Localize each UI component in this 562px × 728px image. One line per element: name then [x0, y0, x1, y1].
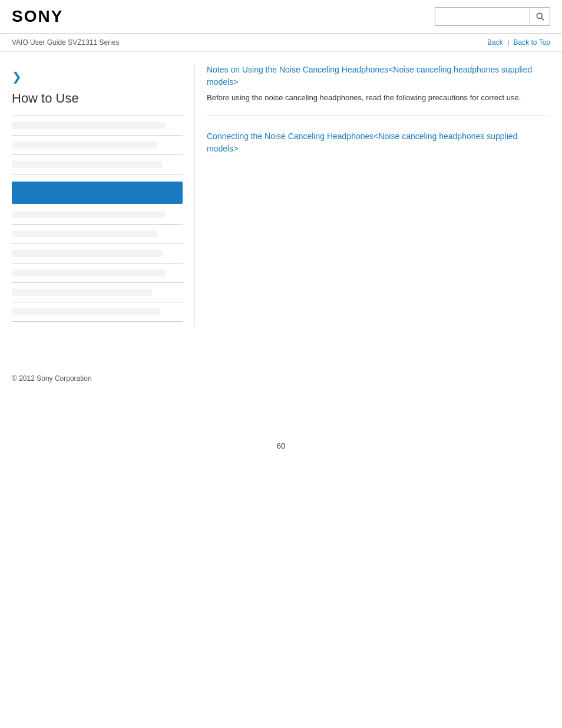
search-icon	[535, 12, 545, 21]
back-link[interactable]: Back	[487, 38, 503, 47]
content-link-1[interactable]: Notes on Using the Noise Canceling Headp…	[207, 65, 532, 87]
nav-separator: |	[507, 38, 509, 47]
svg-line-1	[541, 18, 544, 20]
search-wrapper	[435, 7, 550, 26]
footer: © 2012 Sony Corporation	[0, 362, 562, 394]
nav-links: Back | Back to Top	[487, 38, 550, 47]
sidebar-placeholder-9	[12, 308, 160, 315]
sidebar-divider-1	[12, 116, 183, 116]
sidebar-divider-2	[12, 135, 183, 136]
sidebar-placeholder-3	[12, 161, 162, 168]
sidebar-divider-7	[12, 263, 183, 263]
back-to-top-link[interactable]: Back to Top	[514, 38, 550, 47]
nav-bar: VAIO User Guide SVZ1311 Series Back | Ba…	[0, 34, 562, 52]
page-header: SONY	[0, 0, 562, 34]
sidebar-placeholder-7	[12, 269, 166, 276]
sidebar-active-item[interactable]	[12, 182, 183, 204]
breadcrumb: VAIO User Guide SVZ1311 Series	[12, 38, 120, 47]
sidebar-placeholder-4	[12, 211, 166, 218]
sidebar-divider-8	[12, 282, 183, 283]
content-section-2: Connecting the Noise Canceling Headphone…	[207, 130, 550, 167]
search-button[interactable]	[530, 8, 550, 25]
sidebar-divider-4	[12, 174, 183, 174]
sidebar-divider-5	[12, 224, 183, 225]
chevron-icon: ❯	[12, 70, 22, 84]
sidebar-placeholder-8	[12, 289, 152, 296]
sidebar-placeholder-6	[12, 250, 162, 257]
sony-logo: SONY	[12, 7, 63, 26]
page-number: 60	[0, 442, 562, 462]
content-area: Notes on Using the Noise Canceling Headp…	[194, 64, 550, 327]
sidebar-title: How to Use	[12, 91, 183, 111]
sidebar-divider-10	[12, 321, 183, 322]
sidebar-placeholder-1	[12, 122, 166, 129]
sidebar: ❯ How to Use	[12, 64, 194, 327]
sidebar-divider-6	[12, 243, 183, 244]
content-description-1: Before using the noise canceling headpho…	[207, 92, 550, 104]
sidebar-placeholder-2	[12, 141, 157, 149]
sidebar-placeholder-5	[12, 230, 157, 238]
copyright-text: © 2012 Sony Corporation	[12, 374, 92, 383]
search-input[interactable]	[435, 8, 530, 25]
main-content: ❯ How to Use Notes on Using the Noise Ca…	[0, 52, 562, 338]
content-section-1: Notes on Using the Noise Canceling Headp…	[207, 64, 550, 116]
content-link-2[interactable]: Connecting the Noise Canceling Headphone…	[207, 131, 517, 153]
sidebar-divider-9	[12, 302, 183, 302]
sidebar-divider-3	[12, 154, 183, 155]
